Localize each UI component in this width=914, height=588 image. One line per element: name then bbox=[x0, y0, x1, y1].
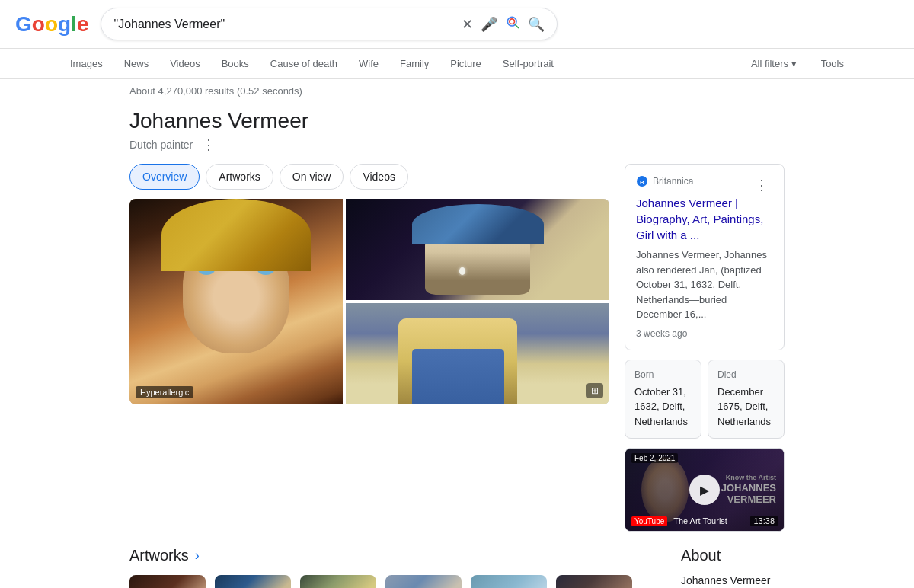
died-value: December1675, Delft,Netherlands bbox=[717, 385, 775, 430]
image-grid: Hyperallergic bbox=[129, 199, 609, 404]
header: Google ✕ 🎤 🔍 bbox=[0, 0, 914, 49]
all-filters-button[interactable]: All filters ▾ bbox=[742, 52, 806, 75]
video-date: Feb 2, 2021 bbox=[631, 453, 678, 463]
artwork-img-letter bbox=[556, 575, 632, 588]
died-label: Died bbox=[717, 369, 775, 380]
about-title: About bbox=[681, 547, 785, 564]
artwork-item-milkmaid[interactable]: The Milkmaid 1658 bbox=[300, 575, 376, 588]
svg-line-2 bbox=[516, 25, 519, 28]
artworks-row: Girl with a Pearl Earring 1665 The Art o… bbox=[129, 575, 666, 588]
filter-right-controls: All filters ▾ Tools bbox=[742, 52, 853, 75]
artwork-item-street[interactable]: The Little Street 1658 bbox=[385, 575, 462, 588]
main-image[interactable]: Hyperallergic bbox=[129, 199, 343, 404]
died-card: Died December1675, Delft,Netherlands bbox=[708, 360, 785, 439]
search-bar-wrapper: ✕ 🎤 🔍 bbox=[101, 8, 558, 40]
image-expand-icon[interactable]: ⊞ bbox=[586, 383, 603, 398]
bottom-row: Artworks › Girl with a Pearl Earring 166… bbox=[129, 547, 785, 588]
tab-books[interactable]: Books bbox=[213, 52, 258, 75]
tab-news[interactable]: News bbox=[115, 52, 158, 75]
about-col: About Johannes Vermeer was a Dutch Baroq… bbox=[681, 547, 785, 588]
article-more-options[interactable]: ⋮ bbox=[750, 175, 773, 195]
svg-text:B: B bbox=[640, 179, 644, 186]
voice-search-icon[interactable]: 🎤 bbox=[481, 16, 497, 33]
born-value: October 31,1632, Delft,Netherlands bbox=[634, 385, 692, 430]
tab-videos[interactable]: Videos bbox=[161, 52, 209, 75]
artwork-item-letter[interactable]: Girl Reading a Letter at an... 1659 bbox=[556, 575, 632, 588]
video-card[interactable]: Know the Artist JOHANNESVERMEER ▶ Feb 2,… bbox=[625, 448, 785, 532]
search-bar[interactable]: ✕ 🎤 🔍 bbox=[101, 8, 558, 40]
tab-overview[interactable]: Overview bbox=[129, 164, 200, 190]
born-card: Born October 31,1632, Delft,Netherlands bbox=[625, 360, 701, 439]
main-content: Johannes Vermeer Dutch painter ⋮ Overvie… bbox=[0, 103, 914, 588]
artwork-img-street bbox=[385, 575, 462, 588]
results-count: About 4,270,000 results (0.52 seconds) bbox=[0, 79, 914, 103]
artwork-img-pearl bbox=[129, 575, 206, 588]
tab-family[interactable]: Family bbox=[391, 52, 438, 75]
artworks-grid: Girl with a Pearl Earring 1665 The Art o… bbox=[129, 575, 632, 588]
artwork-img-milkmaid bbox=[300, 575, 376, 588]
about-text: Johannes Vermeer was a Dutch Baroque Per… bbox=[681, 572, 785, 588]
image-right-col: ⊞ bbox=[346, 199, 609, 404]
artwork-img-delft bbox=[471, 575, 547, 588]
right-panel: B Britannica ⋮ Johannes Vermeer | Biogra… bbox=[625, 164, 785, 532]
artwork-item-painting[interactable]: The Art of Painting 1668 bbox=[215, 575, 291, 588]
tools-button[interactable]: Tools bbox=[812, 52, 853, 75]
google-logo: Google bbox=[15, 12, 88, 37]
article-date: 3 weeks ago bbox=[636, 328, 773, 339]
article-card: B Britannica ⋮ Johannes Vermeer | Biogra… bbox=[625, 164, 785, 350]
bottom-right-image[interactable]: ⊞ bbox=[346, 303, 609, 404]
entity-tabs: Overview Artworks On view Videos bbox=[129, 164, 609, 190]
image-source-label: Hyperallergic bbox=[136, 386, 193, 398]
britannica-icon: B bbox=[636, 175, 648, 187]
lens-icon[interactable] bbox=[505, 14, 520, 34]
video-channel: The Art Tourist bbox=[673, 516, 727, 526]
entity-left-col: Overview Artworks On view Videos bbox=[129, 164, 609, 532]
tab-picture[interactable]: Picture bbox=[441, 52, 490, 75]
video-duration: 13:38 bbox=[750, 516, 778, 526]
entity-name: Johannes Vermeer bbox=[129, 109, 785, 133]
search-button-icon[interactable]: 🔍 bbox=[528, 16, 545, 33]
entity-subtitle: Dutch painter ⋮ bbox=[129, 135, 785, 155]
tab-self-portrait[interactable]: Self-portrait bbox=[494, 52, 563, 75]
svg-point-1 bbox=[510, 19, 515, 24]
tab-artworks[interactable]: Artworks bbox=[206, 164, 273, 190]
article-title[interactable]: Johannes Vermeer | Biography, Art, Paint… bbox=[636, 195, 773, 243]
search-input[interactable] bbox=[113, 18, 454, 31]
clear-icon[interactable]: ✕ bbox=[462, 16, 473, 33]
search-icons: ✕ 🎤 🔍 bbox=[462, 14, 545, 34]
artwork-item-pearl[interactable]: Girl with a Pearl Earring 1665 bbox=[129, 575, 206, 588]
tab-wife[interactable]: Wife bbox=[350, 52, 388, 75]
filter-tabs-bar: Images News Videos Books Cause of death … bbox=[0, 49, 914, 79]
entity-more-options[interactable]: ⋮ bbox=[197, 135, 220, 155]
artworks-col: Artworks › Girl with a Pearl Earring 166… bbox=[129, 547, 666, 588]
video-play-button[interactable]: ▶ bbox=[689, 475, 720, 505]
artwork-img-painting bbox=[215, 575, 291, 588]
artworks-chevron[interactable]: › bbox=[195, 548, 200, 564]
artwork-item-delft[interactable]: View of Delft 1661 bbox=[471, 575, 547, 588]
born-label: Born bbox=[634, 369, 692, 380]
article-snippet: Johannes Vermeer, Johannes also rendered… bbox=[636, 248, 773, 322]
tab-images[interactable]: Images bbox=[61, 52, 112, 75]
tab-on-view[interactable]: On view bbox=[280, 164, 344, 190]
video-source-badge: YouTube bbox=[631, 516, 667, 526]
entity-header: Johannes Vermeer Dutch painter ⋮ bbox=[129, 109, 785, 155]
birth-death-row: Born October 31,1632, Delft,Netherlands … bbox=[625, 360, 785, 439]
article-source: B Britannica bbox=[636, 175, 693, 187]
top-right-image[interactable] bbox=[346, 199, 609, 300]
kp-section: Overview Artworks On view Videos bbox=[129, 164, 785, 532]
tab-cause-of-death[interactable]: Cause of death bbox=[261, 52, 347, 75]
artworks-section-title: Artworks › bbox=[129, 547, 666, 564]
tab-videos[interactable]: Videos bbox=[350, 164, 408, 190]
